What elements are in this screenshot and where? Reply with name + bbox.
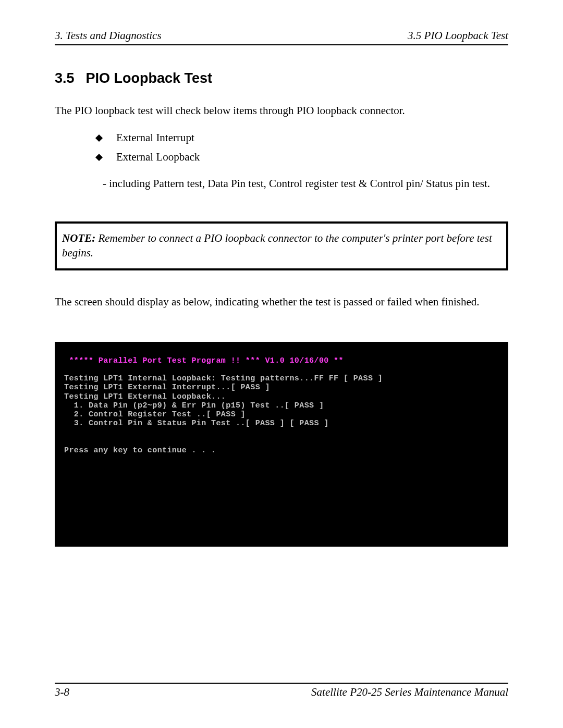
note-text: Remember to connect a PIO loopback conne… [62,232,492,259]
footer-page-number: 3-8 [55,686,69,699]
bullet-text: External Loopback [116,151,200,164]
note-label: NOTE: [62,232,95,244]
terminal-screenshot: ***** Parallel Port Test Program !! *** … [55,342,508,547]
terminal-title: ***** Parallel Port Test Program !! *** … [64,356,344,365]
terminal-line: Testing LPT1 External Loopback... [64,392,226,401]
terminal-line: 1. Data Pin (p2~p9) & Err Pin (p15) Test… [64,401,324,410]
bullet-text: External Interrupt [116,131,194,144]
note-box: NOTE: Remember to connect a PIO loopback… [55,221,508,271]
bullet-list: External Interrupt External Loopback [96,131,508,170]
section-number: 3.5 [55,70,75,86]
header-left: 3. Tests and Diagnostics [55,29,162,42]
sub-note-text: - including Pattern test, Data Pin test,… [103,176,498,191]
section-heading: 3.5PIO Loopback Test [55,70,508,87]
header-right: 3.5 PIO Loopback Test [408,29,508,42]
terminal-prompt: Press any key to continue . . . [64,446,216,455]
diamond-bullet-icon [95,154,103,161]
page-footer: 3-8 Satellite P20-25 Series Maintenance … [55,683,508,699]
terminal-line: 3. Control Pin & Status Pin Test ..[ PAS… [64,419,329,428]
diamond-bullet-icon [95,134,103,142]
terminal-line: Testing LPT1 Internal Loopback: Testing … [64,374,383,383]
list-item: External Interrupt [96,131,508,144]
after-note-paragraph: The screen should display as below, indi… [55,294,508,309]
intro-paragraph: The PIO loopback test will check below i… [55,103,508,118]
section-title: PIO Loopback Test [86,70,213,86]
list-item: External Loopback [96,151,508,164]
footer-manual-title: Satellite P20-25 Series Maintenance Manu… [311,686,508,699]
terminal-line: Testing LPT1 External Interrupt...[ PASS… [64,383,270,392]
page-content: 3. Tests and Diagnostics 3.5 PIO Loopbac… [55,29,508,702]
terminal-line: 2. Control Register Test ..[ PASS ] [64,410,246,419]
page-header: 3. Tests and Diagnostics 3.5 PIO Loopbac… [55,29,508,45]
